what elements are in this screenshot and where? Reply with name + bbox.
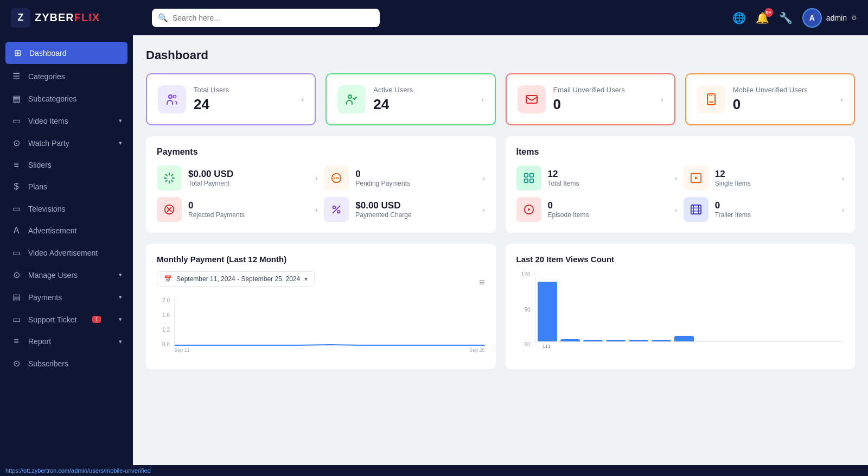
active-users-icon [345,93,358,106]
logo-text: ZYBERFLIX [35,11,100,24]
sidebar-item-subcategories[interactable]: ▤ Subcategories [0,87,133,110]
panel-item-episode-items[interactable]: 0 Episode Items › [516,197,677,222]
stat-card-total-users[interactable]: Total Users 24 › [146,73,316,125]
sidebar-item-manage-users[interactable]: ⊙ Manage Users ▾ [0,264,133,286]
trailer-items-value: 0 [715,200,835,211]
sidebar-item-televisions[interactable]: ▭ Televisions [0,198,133,220]
sidebar-item-label: Plans [28,182,47,191]
plans-icon: $ [11,182,22,192]
panel-item-rejected-payments[interactable]: 0 Rejected Payments › [157,197,317,222]
arrow-icon: › [315,206,317,214]
panel-item-trailer-items[interactable]: 0 Trailer Items › [684,197,844,222]
svg-point-15 [333,206,336,209]
stat-label-mobile-unverified: Mobile Unverified Users [733,86,833,94]
admin-settings-icon[interactable]: ⚙ [851,14,857,22]
sidebar-item-watch-party[interactable]: ⊙ Watch Party ▾ [0,132,133,154]
trailer-items-icon [684,197,709,222]
date-filter[interactable]: 📅 September 11, 2024 - September 25, 202… [157,271,315,287]
sidebar: ⊞ Dashboard ☰ Categories ▤ Subcategories… [0,35,133,476]
sidebar-item-report[interactable]: ≡ Report ▾ [0,331,133,352]
search-icon: 🔍 [158,13,168,23]
search-input[interactable] [152,9,380,27]
y-label-0.8: 0.8 [157,341,172,347]
bar-7 [674,336,694,341]
wrench-icon[interactable]: 🔧 [779,11,793,24]
sidebar-item-support-ticket[interactable]: ▭ Support Ticket 1 ▾ [0,308,133,331]
svg-rect-18 [529,174,533,177]
chevron-down-icon: ▾ [119,338,122,345]
panel-item-total-items[interactable]: 12 Total Items › [516,166,677,191]
pending-payments-icon [324,166,349,191]
y-label-60: 60 [516,341,533,347]
views-chart-title: Last 20 Item Views Count [516,255,845,264]
rejected-icon [163,204,175,215]
chevron-down-icon: ▾ [304,275,308,283]
svg-point-9 [336,177,337,179]
trailer-items-label: Trailer Items [715,211,835,219]
logo-z-icon: Z [11,8,30,28]
pending-payments-label: Pending Payments [355,180,476,187]
money-icon [163,172,175,184]
sidebar-item-payments[interactable]: ▤ Payments ▾ [0,286,133,308]
sidebar-item-categories[interactable]: ☰ Categories [0,65,133,87]
users-icon [165,93,178,106]
sidebar-item-subscribers[interactable]: ⊙ Subscribers [0,352,133,375]
sidebar-item-label: Video Items [28,117,68,125]
episode-items-icon [516,197,541,222]
chart-menu-icon[interactable]: ≡ [479,277,485,288]
stat-value-mobile-unverified: 0 [733,96,833,113]
bar-label: 111 [537,344,557,349]
admin-area[interactable]: A admin ⚙ [802,8,857,28]
panel-item-total-payment[interactable]: $0.00 USD Total Payment › [157,166,317,191]
paymented-charge-icon [324,197,349,222]
total-payment-label: Total Payment [188,180,309,187]
panel-item-paymented-charge[interactable]: $0.00 USD Paymented Charge › [324,197,484,222]
calendar-icon: 📅 [164,275,172,283]
single-items-info: 12 Single Items [715,169,835,187]
stat-card-mobile-unverified[interactable]: Mobile Unverified Users 0 › [685,73,855,125]
episode-items-label: Episode Items [548,211,668,219]
svg-line-14 [333,206,340,213]
email-unverified-icon-wrap [518,85,546,113]
chevron-down-icon: ▾ [119,139,122,147]
search-bar: 🔍 [152,9,380,27]
y-label-120: 120 [516,271,533,277]
arrow-icon: › [482,174,484,182]
sidebar-item-sliders[interactable]: ≡ Sliders [0,154,133,176]
sidebar-item-video-items[interactable]: ▭ Video Items ▾ [0,110,133,132]
percent-icon [330,204,342,215]
sidebar-item-video-advertisement[interactable]: ▭ Video Advertisement [0,242,133,264]
x-label: Sep 11 [174,347,190,353]
pending-icon [330,172,342,184]
sidebar-item-label: Televisions [28,205,65,213]
svg-rect-17 [524,174,527,177]
sidebar-item-advertisement[interactable]: A Advertisement [0,220,133,242]
stat-card-active-users[interactable]: Active Users 24 › [326,73,495,125]
items-panel: Items 12 [506,136,856,233]
manage-users-icon: ⊙ [11,270,22,280]
sidebar-item-plans[interactable]: $ Plans [0,176,133,198]
panel-item-pending-payments[interactable]: 0 Pending Payments › [324,166,484,191]
chevron-down-icon: ▾ [119,316,122,323]
payments-panel-grid: $0.00 USD Total Payment › [157,166,485,222]
arrow-icon: › [482,206,484,214]
rejected-payments-value: 0 [188,200,309,211]
sidebar-item-dashboard[interactable]: ⊞ Dashboard [5,42,127,64]
grid-icon [523,172,535,184]
total-users-icon-wrap [158,85,186,113]
stat-value-email-unverified: 0 [553,96,654,113]
payment-chart-svg [175,297,485,346]
nav-right: 🌐 🔔 9+ 🔧 A admin ⚙ [732,8,857,28]
globe-icon[interactable]: 🌐 [732,11,746,24]
stat-card-email-unverified[interactable]: Email Unverified Users 0 › [506,73,675,125]
notification-icon[interactable]: 🔔 9+ [756,11,769,24]
statusbar: https://ott.zybertron.com/admin/users/mo… [0,465,868,476]
svg-point-16 [337,211,340,213]
items-panel-title: Items [516,147,845,157]
total-payment-icon [157,166,182,191]
sidebar-item-label: Video Advertisement [28,249,98,257]
panel-item-single-items[interactable]: 12 Single Items › [684,166,844,191]
y-label-90: 90 [516,307,533,313]
watch-party-icon: ⊙ [11,138,22,148]
total-items-label: Total Items [548,180,668,187]
